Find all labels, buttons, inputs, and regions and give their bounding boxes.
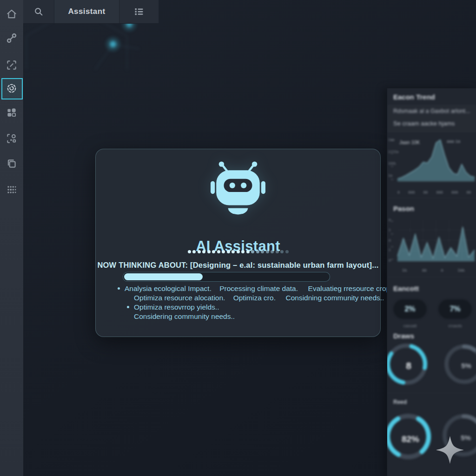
trend-panel-title: Eacon Trend — [393, 93, 435, 101]
ai-assistant-card: AI Assistant NOW THINKING ABOUT: [Design… — [95, 149, 381, 337]
list-icon — [133, 6, 145, 17]
loading-dot — [217, 250, 220, 253]
gauge-value: 8 — [399, 360, 418, 371]
stat-pill: 7% — [438, 299, 472, 319]
spikes-area-chart — [391, 216, 476, 267]
loading-dot — [227, 250, 230, 253]
loading-dot — [188, 250, 191, 253]
thought-line: Considering community needs.. — [114, 312, 375, 321]
stats-sidebar-content: Eacon Trend Rdsmaak al a Gaxbot arlont..… — [387, 88, 476, 476]
loading-dot — [202, 250, 205, 253]
axis-tick-label: a — [389, 218, 390, 222]
blocks-icon[interactable] — [6, 106, 18, 119]
gauge-value: 82% — [399, 434, 422, 444]
stats-sidebar: Eacon Trend Rdsmaak al a Gaxbot arlont..… — [387, 88, 476, 476]
stat-pill-label: croaots — [438, 324, 472, 328]
axis-tick-label: aaa — [408, 190, 415, 194]
loading-dot — [231, 250, 235, 253]
robot-icon — [210, 160, 266, 219]
loading-dot — [276, 250, 279, 253]
loading-dot — [266, 250, 269, 253]
thought-text: Analysia ecological Impact. Processing c… — [114, 284, 412, 292]
trend-panel: Eacon Trend Rdsmaak al a Gaxbot arlont..… — [387, 88, 476, 198]
loading-dot — [246, 250, 250, 253]
bullet-dot — [127, 306, 129, 308]
trend-x-axis-labels: aaaaaaaaaaaaaa — [397, 190, 471, 194]
search-icon — [33, 7, 44, 17]
thought-line: Optimiza resovrrop yields.. — [114, 303, 375, 312]
stats-panel: Eancott 2% 7% casoatt croaots Draws 8 5% — [387, 277, 476, 393]
loading-dot — [192, 250, 196, 253]
loading-dot — [241, 250, 245, 253]
axis-tick-label: a — [389, 238, 390, 242]
spikes-panel: Pason a1a1a 1a.aaa1aa. — [387, 198, 476, 277]
page-title: Assistant — [54, 0, 119, 23]
trend-overlay-label-left: Jaan 10K — [399, 139, 420, 145]
app-window: Assistant AI Assist — [0, 0, 476, 476]
loading-dot — [271, 250, 274, 253]
stats-panel-title: Eancott — [393, 284, 419, 292]
bullet-dot — [118, 287, 120, 290]
loading-dot — [237, 250, 240, 253]
trend-subtext-1: Rdsmaak al a Gaxbot arlont... — [393, 108, 470, 114]
sparkle-star-icon — [432, 432, 468, 468]
loading-dot — [280, 250, 284, 253]
stat-pill-label: casoatt — [393, 324, 427, 328]
trend-overlay-label-right: aaa 1a — [447, 139, 460, 144]
search-button[interactable] — [23, 0, 54, 23]
qr-scan-icon[interactable] — [6, 132, 18, 145]
spikes-x-axis-labels: 1a.aaa1aa. — [402, 268, 465, 272]
frame-scan-icon[interactable] — [6, 59, 18, 71]
loading-dot — [285, 250, 289, 253]
loading-dot — [251, 250, 254, 253]
bottom-panel-title: Reed — [393, 399, 407, 405]
thought-text: Optimiza resovrrop yields.. — [114, 303, 219, 311]
axis-tick-label: 1aa. — [457, 268, 465, 272]
loading-dot — [256, 250, 259, 253]
axis-tick-label: aaa — [436, 190, 443, 194]
axis-tick-label: 1 — [389, 228, 390, 232]
thought-text: Optimiza resource alocation. Optimiza cr… — [114, 294, 384, 302]
stat-pill: 2% — [393, 299, 427, 319]
axis-tick-label: a — [389, 258, 390, 262]
axis-tick-label: 1a. — [402, 268, 408, 272]
topbar: Assistant — [23, 0, 159, 24]
axis-tick-label: aa — [423, 190, 428, 194]
trend-subtext-2: Se craam aacke hjams — [393, 120, 455, 127]
dots-grid-icon[interactable] — [6, 184, 18, 196]
copy-icon[interactable] — [6, 158, 18, 170]
loading-dot — [261, 250, 264, 253]
gauge-value: 5% — [457, 362, 476, 370]
focus-scan-icon[interactable] — [6, 82, 18, 94]
list-menu-button[interactable] — [119, 0, 159, 23]
loading-dot — [222, 250, 225, 253]
thought-line: Analysia ecological Impact. Processing c… — [114, 284, 375, 293]
loading-dot — [207, 250, 211, 253]
thought-text: Considering community needs.. — [114, 312, 235, 320]
loading-dots — [96, 250, 380, 253]
spikes-panel-title: Pason — [393, 205, 414, 212]
axis-tick-label: aa — [422, 268, 426, 272]
axis-tick-label: a — [441, 268, 443, 272]
thought-list: Analysia ecological Impact. Processing c… — [114, 284, 375, 321]
stats-panel-subtitle: Draws — [393, 332, 414, 340]
loading-dot — [212, 250, 215, 253]
spikes-y-axis-labels: a1a1a — [389, 218, 390, 262]
sidebar — [0, 0, 24, 476]
link-icon[interactable] — [6, 32, 18, 44]
loading-dot — [198, 250, 201, 253]
progress-bar-fill — [124, 273, 203, 280]
axis-tick-label: aa — [466, 190, 470, 194]
axis-tick-label: 1 — [389, 248, 390, 252]
home-icon[interactable] — [6, 8, 18, 20]
progress-bar — [123, 272, 330, 282]
axis-tick-label: aaa — [451, 190, 458, 194]
thought-line: Optimiza resource alocation. Optimiza cr… — [114, 293, 375, 303]
thinking-status: NOW THINKING ABOUT: [Designing – e.al: s… — [96, 261, 380, 270]
axis-tick-label: a — [397, 190, 400, 194]
